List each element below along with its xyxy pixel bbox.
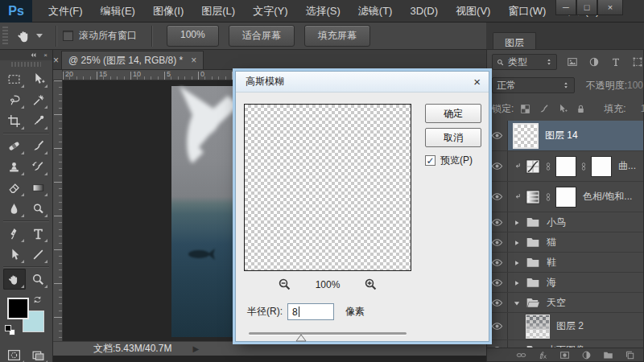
layer-group-row[interactable]: 鞋 bbox=[487, 253, 643, 273]
layer-group-row[interactable]: 小鸟 bbox=[487, 212, 643, 232]
close-button[interactable]: × bbox=[597, 0, 623, 15]
menu-item[interactable]: 图层(L) bbox=[193, 0, 243, 23]
preview-checkbox-label[interactable]: 预览(P) bbox=[440, 154, 473, 167]
menu-item[interactable]: 选择(S) bbox=[297, 0, 348, 23]
lock-paint-button[interactable] bbox=[539, 103, 549, 114]
clone-stamp-tool[interactable] bbox=[3, 156, 26, 177]
zoom-in-icon[interactable] bbox=[364, 278, 378, 291]
vertical-ruler[interactable] bbox=[53, 80, 63, 341]
magic-wand-tool[interactable] bbox=[27, 89, 49, 110]
default-colors-icon[interactable] bbox=[5, 325, 16, 336]
fill-value[interactable]: 100 bbox=[641, 103, 644, 114]
previous-tab-close-icon[interactable]: × bbox=[53, 55, 59, 66]
document-tab-close-icon[interactable]: × bbox=[191, 55, 196, 66]
foreground-color-swatch[interactable] bbox=[7, 298, 29, 319]
pen-tool[interactable] bbox=[3, 223, 26, 244]
status-popup-arrow-icon[interactable]: ▶ bbox=[192, 344, 199, 353]
shape-filter-button[interactable] bbox=[632, 56, 643, 68]
menu-item[interactable]: 编辑(E) bbox=[93, 0, 143, 23]
zoom-100-button[interactable]: 100% bbox=[167, 25, 219, 47]
huesat-adjustment-icon[interactable] bbox=[525, 189, 541, 205]
layer-name[interactable]: 天空 bbox=[547, 296, 566, 310]
tools-panel-grip[interactable] bbox=[11, 62, 41, 67]
hand-tool-options-icon[interactable] bbox=[16, 28, 43, 44]
layer-name[interactable]: 海 bbox=[547, 276, 556, 290]
layer-name[interactable]: 猫 bbox=[547, 236, 556, 249]
layer-thumbnail[interactable] bbox=[526, 315, 550, 339]
lock-all-button[interactable] bbox=[576, 103, 586, 114]
crop-tool[interactable] bbox=[3, 110, 26, 131]
layer-visibility-eye-icon[interactable] bbox=[487, 151, 508, 181]
menu-item[interactable]: 图像(I) bbox=[145, 0, 192, 23]
layer-name[interactable]: 图层 2 bbox=[556, 319, 584, 333]
layer-name[interactable]: 色相/饱和... bbox=[583, 190, 632, 204]
tool-preset-caret-icon[interactable] bbox=[36, 34, 43, 38]
menu-item[interactable]: 滤镜(T) bbox=[350, 0, 401, 23]
new-layer-button[interactable] bbox=[625, 349, 635, 360]
add-layer-mask-button[interactable] bbox=[559, 349, 570, 360]
menu-item[interactable]: 视图(V) bbox=[448, 0, 498, 23]
hand-tool[interactable] bbox=[3, 269, 26, 290]
zoom-out-icon[interactable] bbox=[278, 278, 291, 291]
adjustment-filter-button[interactable] bbox=[588, 56, 600, 68]
swap-colors-icon[interactable] bbox=[32, 294, 43, 305]
line-tool[interactable] bbox=[27, 244, 49, 265]
layer-group-row[interactable]: 海 bbox=[487, 273, 643, 293]
brush-tool[interactable] bbox=[27, 135, 49, 156]
fit-screen-button[interactable]: 适合屏幕 bbox=[229, 25, 295, 47]
layer-row[interactable]: 图层 2 bbox=[487, 313, 643, 340]
menu-item[interactable]: 文字(Y) bbox=[245, 0, 295, 23]
lock-position-button[interactable] bbox=[557, 103, 568, 114]
history-brush-tool[interactable] bbox=[27, 156, 49, 177]
link-layers-button[interactable] bbox=[516, 349, 526, 360]
new-adjustment-layer-button[interactable] bbox=[581, 349, 592, 360]
ok-button[interactable]: 确定 bbox=[425, 104, 481, 123]
type-filter-button[interactable] bbox=[610, 56, 621, 68]
layer-group-row[interactable]: 天空 bbox=[487, 293, 643, 313]
fill-screen-button[interactable]: 填充屏幕 bbox=[304, 25, 370, 47]
collapse-panel-icon[interactable] bbox=[30, 51, 37, 59]
menu-item[interactable]: 文件(F) bbox=[40, 0, 91, 23]
close-panel-icon[interactable]: × bbox=[43, 51, 47, 59]
layer-visibility-eye-icon[interactable] bbox=[487, 253, 508, 272]
gradient-tool[interactable] bbox=[27, 177, 49, 198]
blend-mode-dropdown[interactable]: 正常 bbox=[492, 77, 575, 93]
eyedropper-tool[interactable] bbox=[27, 110, 49, 131]
expand-triangle-icon[interactable] bbox=[513, 257, 521, 268]
minimize-button[interactable]: ─ bbox=[555, 0, 576, 15]
layer-mask-thumbnail[interactable] bbox=[555, 156, 576, 177]
layer-visibility-eye-icon[interactable] bbox=[487, 313, 508, 339]
layer-row[interactable]: 曲... bbox=[487, 151, 643, 182]
filter-type-dropdown[interactable]: 类型 bbox=[492, 54, 557, 70]
curves-adjustment-icon[interactable] bbox=[525, 158, 541, 175]
options-bar-grip[interactable] bbox=[2, 27, 8, 46]
scroll-all-windows-checkbox[interactable] bbox=[63, 31, 73, 41]
path-selection-tool[interactable] bbox=[3, 244, 26, 265]
new-group-button[interactable] bbox=[603, 349, 613, 360]
rectangular-marquee-tool[interactable] bbox=[3, 68, 26, 89]
layer-name[interactable]: 小鸟 bbox=[547, 216, 566, 229]
layer-name[interactable]: 曲... bbox=[618, 159, 636, 173]
type-tool[interactable] bbox=[27, 223, 49, 244]
radius-input[interactable]: 8 bbox=[287, 303, 334, 320]
layer-style-fx-button[interactable] bbox=[538, 349, 548, 360]
layer-name[interactable]: 图层 14 bbox=[545, 129, 578, 142]
layer-visibility-eye-icon[interactable] bbox=[487, 293, 508, 312]
expand-triangle-icon[interactable] bbox=[513, 216, 521, 228]
menu-item[interactable]: 3D(D) bbox=[402, 1, 446, 21]
picture-filter-button[interactable] bbox=[567, 56, 578, 68]
layer-thumbnail[interactable] bbox=[513, 123, 539, 149]
maximize-button[interactable]: □ bbox=[576, 0, 597, 15]
layer-row[interactable]: 图层 14 bbox=[487, 121, 643, 151]
layer-visibility-eye-icon[interactable] bbox=[487, 273, 508, 292]
radius-slider[interactable] bbox=[249, 331, 407, 340]
menu-item[interactable]: 窗口(W) bbox=[500, 0, 554, 23]
expand-triangle-icon[interactable] bbox=[513, 237, 521, 248]
screen-mode-button[interactable] bbox=[27, 344, 49, 362]
lock-transparency-button[interactable] bbox=[520, 103, 530, 114]
layer-visibility-eye-icon[interactable] bbox=[487, 212, 508, 232]
document-tab[interactable]: @ 25% (图层 14, RGB/8) * × bbox=[61, 51, 204, 69]
expand-triangle-icon[interactable] bbox=[513, 277, 521, 288]
eraser-tool[interactable] bbox=[3, 177, 26, 198]
layer-mask-thumbnail[interactable] bbox=[591, 156, 612, 177]
